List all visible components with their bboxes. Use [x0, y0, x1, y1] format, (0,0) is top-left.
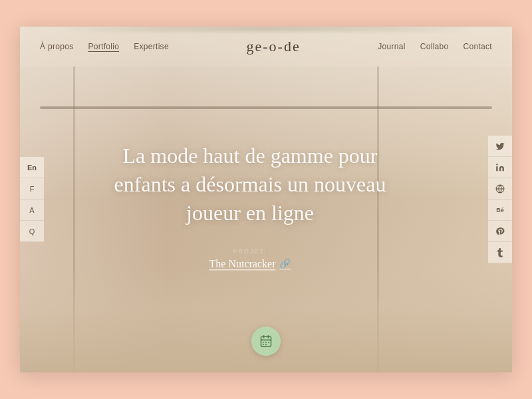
nav-apropos[interactable]: À propos: [40, 42, 73, 51]
nav-expertise[interactable]: Expertise: [134, 42, 169, 51]
project-link[interactable]: The Nutcracker 🔗: [90, 258, 410, 270]
site-logo[interactable]: ge-o-de: [169, 38, 378, 55]
project-name: The Nutcracker: [209, 258, 276, 270]
social-tumblr[interactable]: [488, 242, 512, 263]
calendar-icon: [259, 334, 273, 348]
lang-f[interactable]: F: [20, 178, 44, 200]
project-label: PROJET:: [90, 248, 410, 255]
lang-q[interactable]: Q: [20, 221, 44, 242]
hero-heading: La mode haut de gamme pour enfants a dés…: [90, 142, 410, 228]
nav-portfolio[interactable]: Portfolio: [88, 42, 119, 51]
nav-contact[interactable]: Contact: [464, 42, 492, 51]
social-sidebar: Bé: [488, 136, 512, 263]
hero-content: La mode haut de gamme pour enfants a dés…: [90, 142, 410, 270]
calendar-button[interactable]: [251, 327, 281, 356]
social-pinterest[interactable]: [488, 221, 512, 242]
studio-floor: [20, 266, 512, 372]
page-wrapper: À propos Portfolio Expertise ge-o-de Jou…: [20, 27, 512, 372]
nav-links-left: À propos Portfolio Expertise: [40, 42, 169, 51]
navigation: À propos Portfolio Expertise ge-o-de Jou…: [20, 27, 512, 66]
social-behance[interactable]: Bé: [488, 200, 512, 221]
nav-links-right: Journal Collabo Contact: [378, 42, 492, 51]
ballet-barre: [40, 106, 492, 109]
svg-point-0: [496, 164, 497, 165]
lang-a[interactable]: A: [20, 200, 44, 221]
link-icon: 🔗: [279, 258, 291, 269]
nav-collabo[interactable]: Collabo: [420, 42, 449, 51]
social-google[interactable]: [488, 178, 512, 200]
nav-journal[interactable]: Journal: [378, 42, 405, 51]
social-linkedin[interactable]: [488, 157, 512, 178]
language-sidebar: En F A Q: [20, 157, 44, 242]
lang-en[interactable]: En: [20, 157, 44, 178]
social-twitter[interactable]: [488, 136, 512, 157]
